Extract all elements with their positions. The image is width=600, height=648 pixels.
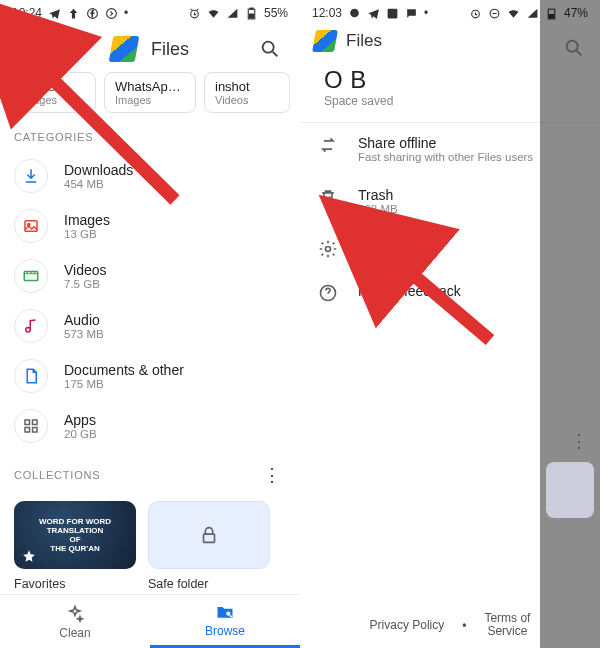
tos-link[interactable]: Terms ofService: [484, 612, 530, 638]
cat-images[interactable]: Images13 GB: [14, 201, 286, 251]
signal-icon: [526, 7, 539, 20]
safe-folder-label: Safe folder: [148, 577, 270, 591]
search-icon: [259, 38, 281, 60]
hamburger-icon: [19, 38, 41, 60]
dot-icon: •: [462, 618, 466, 632]
messenger-icon: [348, 7, 361, 20]
svg-rect-5: [249, 13, 254, 18]
cat-downloads[interactable]: Downloads454 MB: [14, 151, 286, 201]
facebook-icon: [86, 7, 99, 20]
scrim[interactable]: ⋮: [540, 0, 600, 648]
svg-rect-7: [25, 221, 37, 232]
cat-apps[interactable]: Apps20 GB: [14, 401, 286, 451]
privacy-link[interactable]: Privacy Policy: [370, 618, 445, 632]
favorites-label: Favorites: [14, 577, 136, 591]
chip-whatsapp[interactable]: WhatsApp Imag...Images: [104, 72, 196, 113]
battery-pct: 55%: [264, 6, 288, 20]
clock: 10:24: [12, 6, 42, 20]
swap-icon: [318, 135, 338, 155]
dot-icon: •: [424, 6, 428, 20]
video-icon: [22, 267, 40, 285]
sparkle-icon: [65, 604, 85, 624]
chip-screenshots[interactable]: ScreeImages: [10, 72, 96, 113]
svg-rect-15: [204, 534, 215, 542]
signal-icon: [226, 7, 239, 20]
cat-documents[interactable]: Documents & other175 MB: [14, 351, 286, 401]
lock-icon: [198, 524, 220, 546]
dot-icon: •: [124, 6, 128, 20]
svg-point-6: [263, 42, 274, 53]
space-amount: O B: [324, 66, 576, 94]
svg-rect-14: [33, 428, 38, 433]
files-logo-icon: [312, 30, 338, 52]
chat-icon: [405, 7, 418, 20]
gear-icon: [318, 239, 338, 259]
svg-point-1: [107, 8, 117, 18]
bottom-nav: Clean Browse: [0, 594, 300, 648]
star-icon: [22, 549, 36, 563]
dnd-icon: [488, 7, 501, 20]
battery-icon: [245, 7, 258, 20]
svg-rect-11: [25, 420, 30, 425]
app-title: Files: [151, 39, 189, 60]
appbar: Files: [0, 26, 300, 72]
files-logo-icon: [109, 36, 140, 62]
categories-label: CATEGORIES: [0, 125, 300, 151]
search-icon: [563, 37, 585, 59]
alarm-icon: [188, 7, 201, 20]
audio-icon: [22, 317, 40, 335]
svg-point-25: [567, 41, 578, 52]
overflow-button[interactable]: ⋮: [254, 457, 290, 493]
statusbar: 10:24 • 55%: [0, 0, 300, 26]
svg-point-23: [326, 247, 331, 252]
nav-browse[interactable]: Browse: [150, 595, 300, 648]
overflow-dim[interactable]: ⋮: [570, 430, 588, 452]
drawer-title: Files: [346, 31, 382, 51]
svg-point-16: [226, 612, 230, 616]
svg-rect-18: [388, 8, 398, 18]
trash-icon: [318, 187, 338, 207]
clock: 12:03: [312, 6, 342, 20]
help-icon: [318, 283, 338, 303]
download-icon: [22, 167, 40, 185]
in-icon: [386, 7, 399, 20]
nav-clean[interactable]: Clean: [0, 595, 150, 648]
card-ghost: [546, 462, 594, 518]
menu-button[interactable]: [12, 31, 48, 67]
image-icon: [22, 217, 40, 235]
svg-rect-13: [25, 428, 30, 433]
document-icon: [22, 367, 40, 385]
svg-rect-4: [250, 8, 253, 9]
folder-search-icon: [215, 602, 235, 622]
phone-browse: 10:24 • 55% Files ScreeImages WhatsApp I…: [0, 0, 300, 648]
wifi-icon: [507, 7, 520, 20]
categories-list: Downloads454 MB Images13 GB Videos7.5 GB…: [0, 151, 300, 451]
apps-icon: [22, 417, 40, 435]
telegram-icon: [367, 7, 380, 20]
cat-videos[interactable]: Videos7.5 GB: [14, 251, 286, 301]
collections-label: COLLECTIONS: [14, 469, 100, 481]
svg-rect-12: [33, 420, 38, 425]
up-icon: [67, 7, 80, 20]
card-safe-folder[interactable]: [148, 501, 270, 569]
svg-point-17: [350, 8, 359, 17]
search-button-dim[interactable]: [556, 30, 592, 66]
alarm-icon: [469, 7, 482, 20]
search-button[interactable]: [252, 31, 288, 67]
wifi-icon: [207, 7, 220, 20]
chip-inshot[interactable]: inshotVideos: [204, 72, 290, 113]
space-sub: Space saved: [324, 94, 576, 108]
card-favorites[interactable]: WORD FOR WORD TRANSLATION OF THE QUR'AN: [14, 501, 136, 569]
cat-audio[interactable]: Audio573 MB: [14, 301, 286, 351]
telegram-icon: [48, 7, 61, 20]
chevron-icon: [105, 7, 118, 20]
recent-chips: ScreeImages WhatsApp Imag...Images insho…: [0, 72, 300, 125]
phone-drawer: 12:03 • 47% Files O B Space saved Share …: [300, 0, 600, 648]
